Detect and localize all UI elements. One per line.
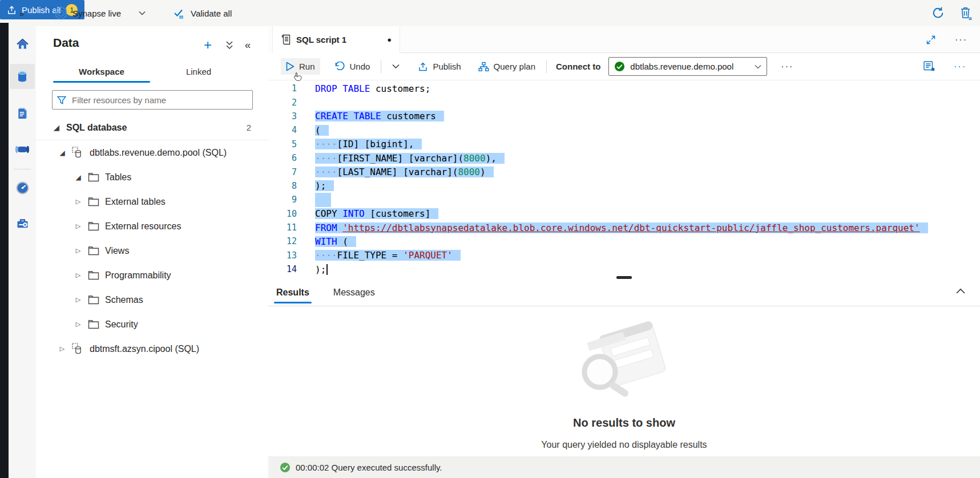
- tab-results[interactable]: Results: [275, 281, 310, 305]
- tab-messages[interactable]: Messages: [332, 281, 376, 305]
- tree-item[interactable]: ▷Schemas: [36, 287, 268, 312]
- run-options-chevron-icon[interactable]: [387, 60, 405, 72]
- tree-collapsed-icon[interactable]: ▷: [74, 198, 83, 205]
- undo-button[interactable]: Undo: [329, 58, 376, 75]
- toolbar-divider: [546, 60, 547, 73]
- pane-resize-handle[interactable]: [616, 276, 632, 279]
- tab-linked[interactable]: Linked: [167, 62, 230, 81]
- tree-item-label: dbtlabs.revenue.demo.pool (SQL): [90, 148, 227, 158]
- active-tab-underline: [53, 81, 150, 83]
- nav-home-icon[interactable]: [10, 32, 35, 57]
- add-resource-icon[interactable]: +: [200, 38, 215, 52]
- code-line[interactable]: 6····[FIRST_NAME] [varchar](8000),: [268, 151, 980, 165]
- code-line[interactable]: 11FROM 'https://dbtlabsynapsedatalake.bl…: [268, 221, 980, 234]
- tree-collapsed-icon[interactable]: ▷: [74, 247, 83, 254]
- code-line[interactable]: 2: [268, 95, 980, 109]
- tab-more-icon[interactable]: ···: [951, 33, 971, 47]
- refresh-icon[interactable]: [931, 6, 945, 19]
- tree-item[interactable]: ▷Programmability: [36, 263, 268, 287]
- tree-item[interactable]: ▷External tables: [36, 189, 268, 214]
- expand-nav-icon[interactable]: »: [19, 0, 24, 26]
- discard-trash-icon[interactable]: [960, 6, 973, 20]
- code-line-text: CREATE TABLE customers: [315, 111, 444, 121]
- nav-integrate-icon[interactable]: [10, 137, 35, 162]
- code-line[interactable]: 3CREATE TABLE customers: [268, 110, 980, 123]
- toolbar-more-icon[interactable]: ···: [777, 59, 797, 74]
- collapse-all-icon[interactable]: [222, 38, 237, 52]
- code-line[interactable]: 1DROP TABLE customers;: [268, 82, 980, 95]
- tree-expanded-icon[interactable]: ◢: [58, 149, 67, 157]
- tree-item[interactable]: ◢SQL database2: [36, 115, 268, 140]
- collapse-results-chevron-icon[interactable]: [956, 288, 965, 294]
- folder-icon: [88, 319, 99, 329]
- top-command-bar: » Synapse live Validate all: [0, 0, 980, 27]
- tree-expanded-icon[interactable]: ◢: [52, 124, 61, 132]
- connect-to-label: Connect to: [556, 62, 600, 71]
- line-number: 13: [268, 250, 297, 261]
- tree-item[interactable]: ▷External resources: [36, 214, 268, 238]
- tree-item[interactable]: ◢dbtlabs.revenue.demo.pool (SQL): [36, 140, 268, 165]
- sql-code-editor[interactable]: 1DROP TABLE customers;23CREATE TABLE cus…: [268, 80, 980, 279]
- code-line[interactable]: 7····[LAST_NAME] [varchar](8000): [268, 165, 980, 179]
- nav-develop-icon[interactable]: [10, 100, 35, 125]
- activity-bar: [9, 26, 36, 478]
- code-line-text: ····[ID] [bigint],: [315, 139, 422, 149]
- publish-button[interactable]: Publish: [413, 58, 466, 75]
- code-line[interactable]: 4(: [268, 123, 980, 137]
- tree-item[interactable]: ▷dbtmsft.azsyn.cipool (SQL): [36, 337, 268, 361]
- tab-sql-script[interactable]: SQL script 1 ●: [272, 26, 400, 53]
- mode-selector[interactable]: Synapse live: [55, 0, 146, 26]
- code-lines: 1DROP TABLE customers;23CREATE TABLE cus…: [268, 82, 980, 276]
- filter-resources-input[interactable]: [71, 95, 248, 106]
- code-line[interactable]: 14);: [268, 262, 980, 276]
- code-line[interactable]: 8);: [268, 179, 980, 193]
- tree-expanded-icon[interactable]: ◢: [74, 173, 83, 181]
- connect-to-dropdown[interactable]: dbtlabs.revenue.demo.pool: [608, 57, 767, 76]
- tree-item[interactable]: ▷Views: [36, 238, 268, 263]
- line-number: 8: [268, 181, 297, 191]
- toolbar-divider: [381, 60, 381, 73]
- tree-collapsed-icon[interactable]: ▷: [74, 222, 83, 230]
- code-line[interactable]: 5····[ID] [bigint],: [268, 137, 980, 151]
- nav-manage-icon[interactable]: [10, 211, 35, 236]
- query-status-bar: 00:00:02 Query executed successfully.: [268, 456, 980, 478]
- empty-results-state: No results to show Your query yielded no…: [268, 306, 980, 456]
- validate-check-icon: [173, 8, 185, 19]
- folder-icon: [88, 270, 99, 280]
- code-line-text: ····[LAST_NAME] [varchar](8000): [315, 167, 494, 177]
- validate-all-button[interactable]: Validate all: [173, 0, 232, 26]
- editor-more-icon[interactable]: ···: [950, 59, 970, 74]
- query-plan-button[interactable]: Query plan: [473, 58, 541, 75]
- expand-editor-icon[interactable]: [926, 35, 935, 44]
- tree-item[interactable]: ▷Security: [36, 312, 268, 337]
- tree-collapsed-icon[interactable]: ▷: [74, 296, 83, 303]
- tree-item[interactable]: ◢Tables: [36, 165, 268, 189]
- code-line[interactable]: 12WITH (: [268, 234, 980, 248]
- code-line[interactable]: 13····FILE_TYPE = 'PARQUET': [268, 249, 980, 262]
- tree-collapsed-icon[interactable]: ▷: [58, 345, 67, 353]
- tree-collapsed-icon[interactable]: ▷: [74, 321, 83, 328]
- tab-workspace[interactable]: Workspace: [53, 62, 150, 81]
- line-number: 3: [268, 111, 297, 121]
- collapse-panel-icon[interactable]: «: [240, 38, 255, 52]
- tree-item-label: Tables: [105, 172, 131, 183]
- publish-upload-icon: [7, 5, 17, 15]
- resource-tree: ◢SQL database2◢dbtlabs.revenue.demo.pool…: [36, 115, 268, 361]
- line-number: 7: [268, 167, 297, 177]
- properties-icon[interactable]: [923, 61, 935, 72]
- nav-monitor-icon[interactable]: [10, 175, 35, 200]
- mode-label: Synapse live: [72, 9, 121, 18]
- tree-item-label: Programmability: [105, 270, 171, 281]
- window-edge: [0, 23, 9, 478]
- tree-collapsed-icon[interactable]: ▷: [74, 272, 83, 279]
- code-line-text: );: [315, 264, 328, 275]
- database-icon: [72, 343, 84, 355]
- run-button[interactable]: Run: [281, 58, 320, 75]
- code-line-text: (: [315, 125, 329, 136]
- code-line[interactable]: 9: [268, 193, 980, 206]
- code-line-text: WITH (: [315, 236, 356, 247]
- nav-data-icon[interactable]: [10, 64, 35, 89]
- selected-pool: dbtlabs.revenue.demo.pool: [630, 62, 749, 71]
- code-line[interactable]: 10COPY INTO [customers]: [268, 207, 980, 221]
- data-explorer-panel: Data + « Workspace Linked ◢SQL database2…: [36, 26, 269, 478]
